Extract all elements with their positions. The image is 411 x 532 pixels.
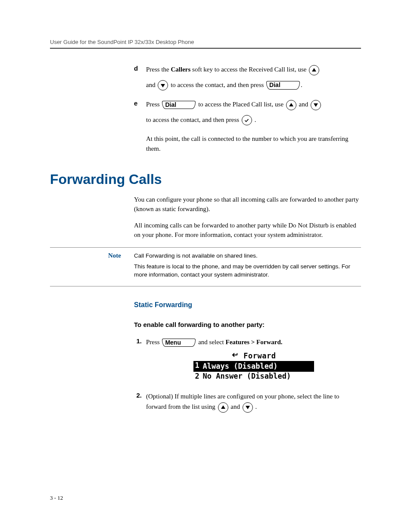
text-fragment: and select bbox=[196, 339, 225, 345]
page-number: 3 - 12 bbox=[50, 495, 361, 501]
note-label: Note bbox=[50, 252, 134, 282]
step-2: 2. (Optional) If multiple lines are conf… bbox=[134, 391, 361, 417]
substep-d-line2: and to access the contact, and then pres… bbox=[146, 80, 361, 91]
lcd-item-text: No Answer (Disabled) bbox=[201, 372, 314, 381]
text-fragment: . bbox=[254, 403, 257, 410]
check-button-icon bbox=[242, 115, 252, 125]
up-arrow-button-icon bbox=[309, 65, 319, 75]
up-arrow-button-icon bbox=[218, 402, 228, 413]
down-arrow-button-icon bbox=[311, 100, 321, 110]
substep-letter: d bbox=[134, 65, 146, 72]
lcd-line-1: 1 Always (Disabled) bbox=[193, 361, 314, 372]
subheading-static-forwarding: Static Forwarding bbox=[134, 301, 361, 309]
lcd-item-number: 1 bbox=[193, 361, 201, 372]
step-number: 2. bbox=[134, 392, 146, 399]
substep-e: e Press Dial to access the Placed Call l… bbox=[134, 99, 361, 130]
text-fragment: soft key to access the Received Call lis… bbox=[190, 66, 308, 73]
para-dnd-forwarding: All incoming calls can be forwarded to a… bbox=[134, 221, 361, 240]
dial-softkey-icon: Dial bbox=[266, 81, 300, 89]
text-fragment: and bbox=[299, 101, 310, 108]
lcd-item-number: 2 bbox=[193, 372, 201, 381]
callers-softkey-name: Callers bbox=[171, 66, 191, 73]
text-fragment: . bbox=[301, 81, 302, 88]
substep-letter: e bbox=[134, 100, 146, 107]
text-fragment: and bbox=[146, 81, 157, 88]
up-arrow-button-icon bbox=[286, 100, 296, 110]
substep-d: d Press the Callers soft key to access t… bbox=[134, 64, 361, 95]
down-arrow-button-icon bbox=[243, 402, 253, 413]
substep-e-line2: to access the contact, and then press . bbox=[146, 115, 361, 126]
step-number: 1. bbox=[134, 337, 146, 345]
note-box: Note Call Forwarding is not available on… bbox=[50, 247, 361, 286]
para-static-forwarding-intro: You can configure your phone so that all… bbox=[134, 195, 361, 214]
text-fragment: . bbox=[253, 116, 256, 123]
phone-display-mock: Forward 1 Always (Disabled) 2 No Answer … bbox=[193, 352, 314, 381]
text-fragment: to access the contact, and then press bbox=[171, 81, 265, 88]
followup-text: At this point, the call is connected to … bbox=[146, 134, 361, 153]
procedure-heading: To enable call forwarding to another par… bbox=[134, 321, 361, 328]
lcd-title: Forward bbox=[193, 352, 314, 361]
step-1-text: Press Menu and select Features > Forward… bbox=[146, 337, 361, 347]
header-divider bbox=[50, 48, 361, 49]
lcd-line-2: 2 No Answer (Disabled) bbox=[193, 372, 314, 381]
substep-d-line1: Press the Callers soft key to access the… bbox=[146, 64, 361, 75]
text-fragment: Press bbox=[146, 101, 161, 108]
return-arrow-icon bbox=[231, 352, 239, 361]
note-line1: Call Forwarding is not available on shar… bbox=[134, 252, 361, 260]
step-1: 1. Press Menu and select Features > Forw… bbox=[134, 337, 361, 387]
down-arrow-button-icon bbox=[158, 80, 168, 90]
lcd-item-text: Always (Disabled) bbox=[201, 361, 314, 372]
page-header: User Guide for the SoundPoint IP 32x/33x… bbox=[50, 39, 361, 45]
step-2-text: (Optional) If multiple lines are configu… bbox=[146, 391, 361, 413]
menu-path: Features > Forward. bbox=[225, 339, 282, 345]
lcd-title-text: Forward bbox=[243, 352, 276, 360]
dial-softkey-icon: Dial bbox=[162, 101, 196, 109]
text-fragment: to access the Placed Call list, use bbox=[198, 101, 285, 108]
section-heading-forwarding-calls: Forwarding Calls bbox=[50, 171, 361, 187]
menu-softkey-icon: Menu bbox=[162, 339, 196, 347]
text-fragment: and bbox=[230, 403, 241, 410]
text-fragment: Press the bbox=[146, 66, 171, 73]
note-line2: This feature is local to the phone, and … bbox=[134, 263, 361, 279]
text-fragment: to access the contact, and then press bbox=[146, 116, 241, 123]
substep-e-line1: Press Dial to access the Placed Call lis… bbox=[146, 99, 361, 110]
text-fragment: Press bbox=[146, 339, 161, 345]
